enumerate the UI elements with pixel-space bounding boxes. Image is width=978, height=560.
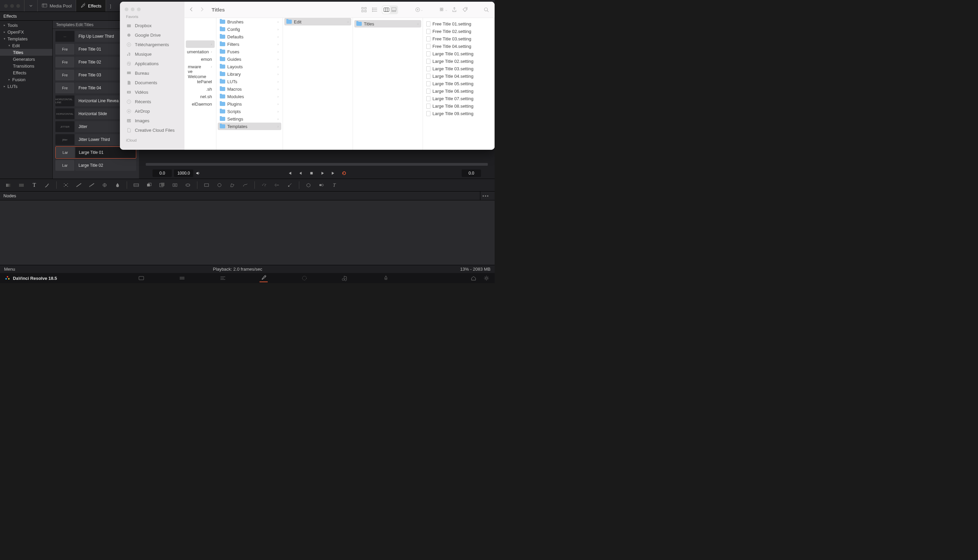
tc-in[interactable]: 0.0 xyxy=(152,170,172,177)
finder-sidebar-item[interactable]: Musique xyxy=(120,49,184,59)
disclosure-icon[interactable]: ▸ xyxy=(3,85,6,88)
finder-sidebar-item[interactable]: Google Drive xyxy=(120,30,184,40)
paint-tool-icon[interactable] xyxy=(43,182,51,189)
tree-item[interactable]: Transitions xyxy=(0,62,52,69)
share-icon[interactable] xyxy=(451,6,458,13)
finder-col-2[interactable]: Edit› xyxy=(283,18,353,150)
finder-col-3[interactable]: Titles› xyxy=(353,18,423,150)
resize-tool-icon[interactable] xyxy=(171,182,179,189)
finder-row[interactable]: Layouts› xyxy=(218,63,281,70)
finder-row[interactable]: › xyxy=(186,40,215,48)
disclosure-icon[interactable]: ▸ xyxy=(7,78,11,81)
finder-row[interactable]: Free Title 03.setting xyxy=(424,35,493,42)
finder-row[interactable]: Templates› xyxy=(218,123,281,130)
finder-sidebar-item[interactable]: Récents xyxy=(120,97,184,106)
finder-row[interactable]: Library› xyxy=(218,70,281,78)
polygon-tool-icon[interactable] xyxy=(229,182,236,189)
ellipse-tool-icon[interactable] xyxy=(216,182,223,189)
home-icon[interactable] xyxy=(469,274,477,282)
finder-row[interactable]: Plugins› xyxy=(218,100,281,108)
finder-sidebar-item[interactable]: AirDrop xyxy=(120,106,184,116)
dropdown-button[interactable] xyxy=(24,0,37,12)
finder-sidebar-item[interactable]: Creative Cloud Files xyxy=(120,125,184,135)
finder-window[interactable]: Favoris DropboxGoogle DriveTéléchargemen… xyxy=(120,2,495,150)
finder-sidebar-item[interactable]: Dropbox xyxy=(120,21,184,30)
finder-sidebar-item[interactable]: Bureau xyxy=(120,68,184,78)
view-icons-icon[interactable] xyxy=(360,6,367,13)
nav-back-icon[interactable] xyxy=(189,7,194,13)
finder-row[interactable]: Large Title 01.setting xyxy=(424,50,493,57)
finder-sidebar-item[interactable]: Images xyxy=(120,116,184,125)
last-frame-icon[interactable] xyxy=(330,170,336,176)
tree-item[interactable]: ▾Templates xyxy=(0,35,52,42)
disclosure-icon[interactable]: ▾ xyxy=(3,37,6,40)
hue-tool-icon[interactable] xyxy=(101,182,108,189)
finder-row[interactable]: Macros› xyxy=(218,85,281,93)
tree-item[interactable]: Effects xyxy=(0,69,52,76)
tc-out[interactable]: 0.0 xyxy=(462,170,481,177)
particles-tool-icon[interactable] xyxy=(260,182,268,189)
finder-row[interactable]: Free Title 02.setting xyxy=(424,28,493,35)
scrub-bar[interactable] xyxy=(146,163,488,166)
rectangle-tool-icon[interactable] xyxy=(203,182,210,189)
channelbool-tool-icon[interactable] xyxy=(158,182,166,189)
tree-item[interactable]: ▸LUTs xyxy=(0,83,52,90)
first-frame-icon[interactable] xyxy=(287,170,292,176)
page-edit-icon[interactable] xyxy=(219,274,227,282)
finder-row[interactable]: ve Welcome xyxy=(186,70,215,78)
tracker-tool-icon[interactable] xyxy=(62,182,70,189)
finder-row[interactable]: Large Title 08.setting xyxy=(424,102,493,110)
window-traffic-lights[interactable] xyxy=(0,4,24,8)
nav-forward-icon[interactable] xyxy=(200,7,204,13)
tree-item[interactable]: ▸Fusion xyxy=(0,76,52,83)
bg-tool-icon[interactable] xyxy=(5,182,12,189)
page-fairlight-icon[interactable] xyxy=(341,274,349,282)
finder-row[interactable]: elDaemon xyxy=(186,100,215,108)
text-tool-icon[interactable]: T xyxy=(30,182,38,189)
finder-col-4[interactable]: Free Title 01.settingFree Title 02.setti… xyxy=(423,18,495,150)
volume-icon[interactable] xyxy=(195,170,201,176)
finder-row[interactable]: Scripts› xyxy=(218,108,281,115)
disclosure-icon[interactable]: ▾ xyxy=(7,44,11,47)
finder-row[interactable]: Large Title 02.setting xyxy=(424,57,493,65)
stop-icon[interactable] xyxy=(309,170,314,176)
view-gallery-icon[interactable] xyxy=(390,6,397,13)
loop-icon[interactable] xyxy=(341,170,347,176)
finder-row[interactable]: Modules› xyxy=(218,93,281,100)
finder-sidebar-item[interactable]: Applications xyxy=(120,59,184,68)
tab-media-pool[interactable]: Media Pool xyxy=(37,0,76,12)
pemitter-tool-icon[interactable] xyxy=(286,182,294,189)
finder-sidebar-item[interactable]: Documents xyxy=(120,78,184,87)
transform-tool-icon[interactable] xyxy=(184,182,192,189)
page-color-icon[interactable] xyxy=(300,274,309,282)
nodes-area[interactable] xyxy=(0,200,495,265)
finder-row[interactable]: Brushes› xyxy=(218,18,281,25)
group-menu-icon[interactable]: ⌵ xyxy=(415,6,422,13)
view-columns-icon[interactable] xyxy=(382,6,390,13)
title-card[interactable]: LarLarge Title 02 xyxy=(55,159,136,172)
finder-sidebar-item[interactable]: Vidéos xyxy=(120,87,184,97)
finder-row[interactable]: Large Title 05.setting xyxy=(424,80,493,87)
shape3d-tool-icon[interactable] xyxy=(305,182,312,189)
prender-tool-icon[interactable] xyxy=(273,182,280,189)
finder-row[interactable]: Free Title 04.setting xyxy=(424,42,493,50)
text3d-tool-icon[interactable]: T xyxy=(330,182,338,189)
finder-row[interactable]: Fuses› xyxy=(218,48,281,55)
page-deliver-icon[interactable] xyxy=(382,274,390,282)
finder-row[interactable]: .sh xyxy=(186,85,215,93)
finder-row[interactable]: Large Title 07.setting xyxy=(424,95,493,102)
brightness-tool-icon[interactable] xyxy=(75,182,83,189)
tree-item[interactable]: ▸OpenFX xyxy=(0,28,52,35)
finder-row[interactable]: Filters› xyxy=(218,40,281,48)
finder-row[interactable]: Large Title 09.setting xyxy=(424,110,493,117)
finder-row[interactable]: LUTs› xyxy=(218,78,281,85)
page-media-icon[interactable] xyxy=(137,274,145,282)
nodes-menu-icon[interactable]: ••• xyxy=(480,192,491,200)
play-icon[interactable] xyxy=(320,170,325,176)
finder-row[interactable]: Settings› xyxy=(218,115,281,123)
tree-item[interactable]: ▸Tools xyxy=(0,22,52,28)
finder-row[interactable]: Large Title 04.setting xyxy=(424,72,493,80)
finder-row[interactable]: Guides› xyxy=(218,55,281,63)
merge-tool-icon[interactable] xyxy=(145,182,153,189)
tags-icon[interactable] xyxy=(461,6,469,13)
